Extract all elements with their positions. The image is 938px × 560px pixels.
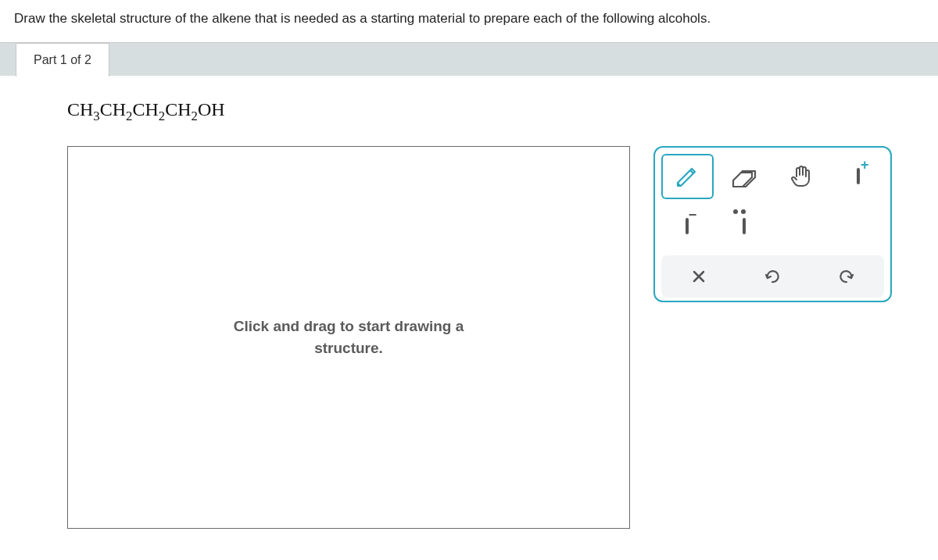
undo-icon	[763, 267, 782, 286]
clear-button[interactable]	[664, 259, 733, 294]
positive-charge-icon: +	[857, 169, 860, 184]
positive-charge-tool[interactable]: +	[832, 154, 884, 199]
placeholder-line-1: Click and drag to start drawing a	[234, 318, 464, 334]
undo-button[interactable]	[738, 259, 807, 294]
question-prompt: Draw the skeletal structure of the alken…	[0, 0, 938, 42]
toolbox: + −	[653, 146, 892, 302]
redo-button[interactable]	[812, 259, 881, 294]
placeholder-line-2: structure.	[314, 340, 383, 356]
draw-tool[interactable]	[661, 154, 714, 199]
hand-icon	[787, 162, 815, 191]
drawing-canvas[interactable]: Click and drag to start drawing a struct…	[67, 146, 630, 529]
eraser-icon	[729, 165, 760, 188]
part-tab[interactable]: Part 1 of 2	[16, 43, 109, 77]
move-tool[interactable]	[775, 154, 828, 199]
part-tab-bar: Part 1 of 2	[0, 42, 938, 76]
pencil-icon	[673, 162, 701, 191]
redo-icon	[837, 267, 856, 286]
target-formula: CH3CH2CH2CH2OH	[67, 99, 938, 124]
negative-charge-icon: −	[686, 219, 689, 234]
canvas-placeholder: Click and drag to start drawing a struct…	[234, 316, 464, 358]
erase-tool[interactable]	[718, 154, 771, 199]
action-row	[661, 255, 884, 298]
lone-pair-icon	[743, 219, 746, 234]
content-area: CH3CH2CH2CH2OH Click and drag to start d…	[0, 76, 938, 529]
negative-charge-tool[interactable]: −	[661, 204, 714, 249]
lone-pair-tool[interactable]	[718, 204, 771, 249]
editor-row: Click and drag to start drawing a struct…	[67, 146, 938, 529]
close-icon	[691, 269, 707, 284]
tool-grid: + −	[661, 154, 884, 249]
